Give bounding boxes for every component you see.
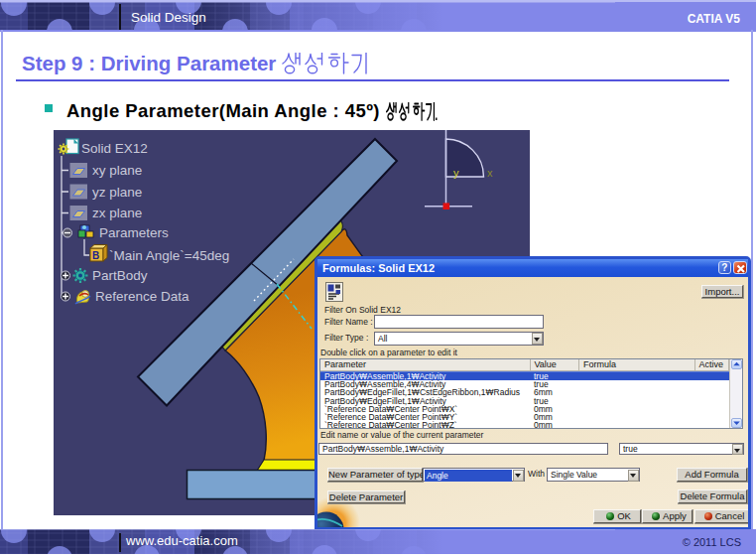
svg-text:Reference Data: Reference Data bbox=[95, 289, 189, 304]
svg-text:Parameters: Parameters bbox=[99, 225, 169, 240]
svg-text:x: x bbox=[487, 167, 493, 179]
svg-text:zx plane: zx plane bbox=[92, 206, 142, 220]
svg-text:`Main Angle`=45deg: `Main Angle`=45deg bbox=[109, 248, 229, 263]
svg-text:y: y bbox=[453, 167, 459, 179]
svg-text:Solid EX12: Solid EX12 bbox=[81, 141, 148, 156]
svg-text:xy plane: xy plane bbox=[92, 163, 142, 178]
svg-text:yz plane: yz plane bbox=[92, 185, 142, 200]
svg-text:B: B bbox=[92, 250, 99, 261]
svg-text:PartBody: PartBody bbox=[92, 268, 148, 283]
